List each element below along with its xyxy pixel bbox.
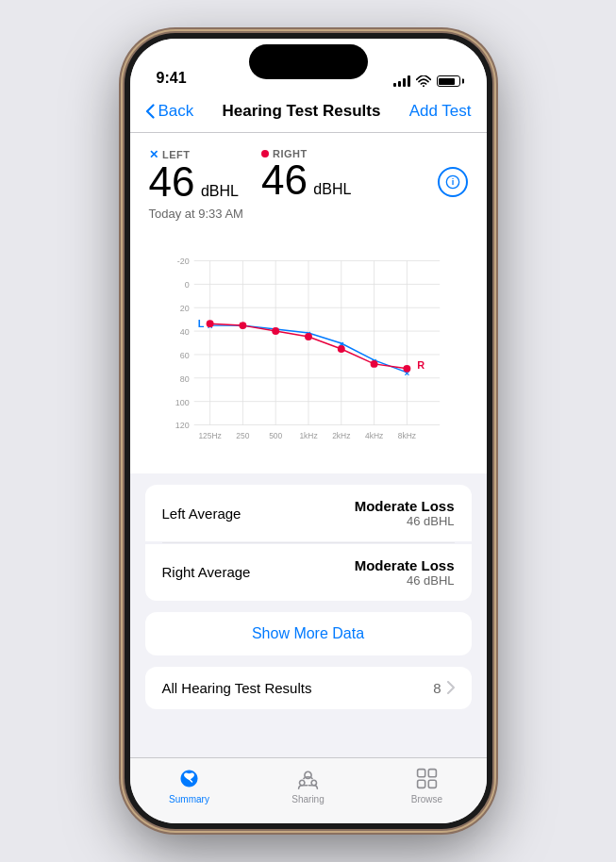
svg-point-45 (337, 345, 344, 353)
svg-point-42 (239, 322, 246, 329)
info-button[interactable]: i (438, 167, 468, 197)
left-ear-unit: dBHL (201, 183, 239, 199)
tab-bar: Summary Sharing (130, 757, 487, 823)
svg-text:60: 60 (179, 351, 189, 360)
tab-sharing[interactable]: Sharing (249, 766, 368, 804)
svg-point-0 (423, 85, 425, 87)
svg-text:1kHz: 1kHz (299, 431, 317, 440)
signal-icon (393, 75, 410, 87)
tab-summary-label: Summary (169, 794, 209, 804)
nav-bar: Back Hearing Test Results Add Test (130, 94, 487, 133)
all-results-label: All Hearing Test Results (162, 680, 312, 696)
svg-text:i: i (451, 177, 454, 187)
summary-icon (176, 766, 202, 791)
svg-text:L: L (197, 318, 204, 329)
svg-rect-54 (418, 780, 425, 787)
all-results-right: 8 (433, 680, 454, 696)
back-button[interactable]: Back (145, 102, 194, 121)
dynamic-island (249, 44, 368, 79)
right-ear-reading: RIGHT 46 dBHL (261, 148, 351, 201)
svg-rect-55 (428, 780, 436, 787)
right-average-card: Right Average Moderate Loss 46 dBHL (145, 544, 472, 601)
svg-text:-20: -20 (176, 257, 189, 267)
browse-icon (414, 766, 440, 791)
all-results-count: 8 (433, 680, 441, 696)
audiogram-chart: -20 0 20 40 60 80 100 120 125Hz 250 500 … (149, 232, 468, 458)
svg-text:40: 40 (179, 327, 189, 337)
svg-text:80: 80 (179, 374, 189, 384)
scroll-content[interactable]: ✕ LEFT 46 dBHL RIGHT (130, 133, 487, 757)
left-ear-reading: ✕ LEFT 46 dBHL (149, 148, 239, 203)
svg-point-41 (206, 320, 213, 327)
left-average-card: Left Average Moderate Loss 46 dBHL (145, 485, 472, 541)
svg-point-47 (403, 365, 410, 373)
wifi-icon (416, 75, 431, 87)
battery-icon (437, 75, 460, 87)
svg-text:120: 120 (175, 421, 189, 430)
left-ear-value: 46 (149, 158, 195, 205)
svg-point-44 (305, 333, 312, 340)
hearing-card: ✕ LEFT 46 dBHL RIGHT (130, 133, 487, 473)
show-more-button[interactable]: Show More Data (145, 612, 472, 655)
all-results-row[interactable]: All Hearing Test Results 8 (145, 667, 472, 709)
phone-frame: 9:41 (125, 33, 492, 829)
svg-text:500: 500 (269, 431, 282, 440)
svg-point-43 (272, 327, 279, 335)
stats-divider (162, 542, 455, 543)
svg-text:R: R (417, 359, 425, 371)
svg-text:125Hz: 125Hz (198, 431, 221, 440)
hearing-header: ✕ LEFT 46 dBHL RIGHT (149, 148, 468, 203)
right-average-label: Right Average (162, 564, 251, 580)
status-icons (393, 75, 460, 87)
svg-text:250: 250 (236, 431, 249, 440)
page-title: Hearing Test Results (223, 102, 381, 121)
back-chevron-icon (145, 104, 155, 119)
add-test-button[interactable]: Add Test (409, 102, 472, 121)
phone-screen: 9:41 (130, 39, 487, 823)
hearing-date: Today at 9:33 AM (149, 207, 468, 221)
stats-section: Left Average Moderate Loss 46 dBHL Right… (130, 473, 487, 612)
right-ear-value: 46 (261, 157, 308, 203)
tab-summary[interactable]: Summary (130, 766, 249, 804)
left-average-label: Left Average (162, 506, 241, 522)
svg-rect-52 (418, 770, 425, 777)
status-time: 9:41 (157, 70, 187, 87)
svg-text:2kHz: 2kHz (332, 431, 350, 440)
chevron-right-icon (447, 681, 455, 694)
svg-text:8kHz: 8kHz (397, 431, 415, 440)
left-average-value: Moderate Loss 46 dBHL (355, 498, 455, 528)
svg-point-46 (370, 360, 377, 368)
svg-text:0: 0 (184, 280, 189, 290)
svg-rect-53 (428, 770, 436, 777)
right-ear-unit: dBHL (313, 181, 351, 197)
svg-text:4kHz: 4kHz (364, 431, 382, 440)
sharing-icon (295, 766, 321, 791)
right-average-value: Moderate Loss 46 dBHL (355, 557, 455, 588)
tab-browse[interactable]: Browse (368, 766, 487, 804)
svg-text:20: 20 (179, 304, 189, 313)
tab-sharing-label: Sharing (291, 794, 324, 804)
tab-browse-label: Browse (411, 794, 442, 804)
svg-text:100: 100 (175, 398, 189, 407)
